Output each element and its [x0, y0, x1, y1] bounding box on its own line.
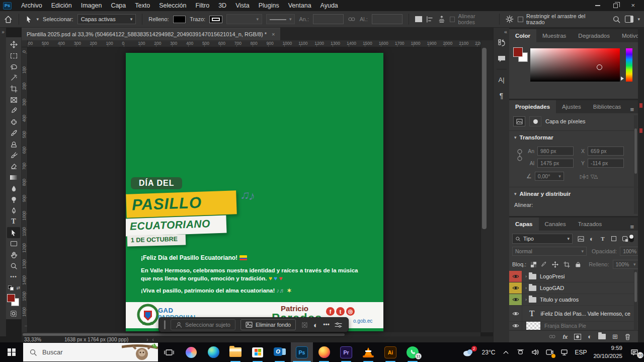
- lock-artboard-icon[interactable]: [562, 260, 571, 269]
- temperature-label[interactable]: 23°C: [482, 349, 496, 356]
- visibility-eye-icon[interactable]: [509, 271, 522, 282]
- pixel-layer-icon[interactable]: [513, 116, 525, 126]
- tab-degradados[interactable]: Degradados: [572, 29, 616, 42]
- lock-pixels-icon[interactable]: [540, 260, 547, 269]
- tab-muestras[interactable]: Muestras: [536, 29, 572, 42]
- tab-trazados[interactable]: Trazados: [572, 218, 608, 231]
- history-panel-icon[interactable]: [495, 36, 508, 49]
- path-arrangement-icon[interactable]: [438, 16, 446, 23]
- gear-icon[interactable]: [506, 15, 514, 23]
- filter-pixel-icon[interactable]: [576, 234, 586, 243]
- zoom-level[interactable]: 33,33%: [24, 337, 41, 342]
- layer-row-titulo[interactable]: › Titulo y cuadros: [509, 294, 638, 306]
- task-view-button[interactable]: [158, 342, 180, 362]
- rectangle-tool[interactable]: [7, 238, 20, 249]
- tab-color[interactable]: Color: [509, 29, 536, 42]
- properties-sliders-icon[interactable]: [335, 322, 342, 328]
- brush-tool[interactable]: [7, 128, 20, 139]
- outlook-button[interactable]: O: [269, 342, 291, 362]
- eraser-tool[interactable]: [7, 161, 20, 172]
- filter-type-icon[interactable]: T: [598, 234, 608, 243]
- edge-button[interactable]: [202, 342, 224, 362]
- lock-position-icon[interactable]: [551, 260, 559, 269]
- status-arrow-right[interactable]: ›: [146, 337, 148, 342]
- menu-ventana[interactable]: Ventana: [284, 0, 316, 11]
- workspace-switcher-icon[interactable]: [625, 16, 634, 23]
- illustrator-button[interactable]: Ai: [379, 342, 401, 362]
- horizontal-scroll-thumb[interactable]: [23, 333, 345, 336]
- default-swatches-icon[interactable]: ⇄: [7, 285, 20, 290]
- tab-propiedades[interactable]: Propiedades: [509, 100, 556, 113]
- status-arrow-left[interactable]: ‹: [152, 337, 154, 342]
- color-field[interactable]: [530, 48, 620, 82]
- tab-bibliotecas[interactable]: Bibliotecas: [587, 100, 627, 113]
- path-select-cursor-icon[interactable]: [25, 16, 33, 23]
- crop-tool[interactable]: [7, 84, 20, 95]
- more-options-icon[interactable]: •••: [323, 321, 330, 328]
- minimize-icon[interactable]: [595, 5, 600, 6]
- microsoft-store-button[interactable]: [247, 342, 269, 362]
- properties-scrollbar[interactable]: [634, 115, 637, 214]
- layer-row-logogad[interactable]: › LogoGAD: [509, 282, 638, 294]
- gradient-tool[interactable]: [7, 172, 20, 183]
- panel-menu-icon[interactable]: ≡: [630, 106, 638, 113]
- path-alignment-icon[interactable]: [426, 16, 434, 23]
- fill-swatch[interactable]: [173, 16, 186, 23]
- layer-style-icon[interactable]: fx: [562, 334, 568, 340]
- vlc-button[interactable]: [357, 342, 379, 362]
- flip-vertical-icon[interactable]: ▽△: [591, 174, 597, 179]
- layer-row-franja[interactable]: Franja Blanca Pie: [509, 322, 638, 330]
- copilot-button[interactable]: [180, 342, 202, 362]
- lock-all-icon[interactable]: [574, 260, 582, 269]
- menu-3d[interactable]: 3D: [214, 0, 231, 11]
- collapse-panels-icon[interactable]: «: [504, 29, 507, 35]
- visibility-eye-icon[interactable]: [509, 322, 522, 330]
- color-swatches[interactable]: [513, 47, 528, 62]
- expand-group-icon[interactable]: ›: [525, 297, 527, 302]
- delete-layer-icon[interactable]: [624, 333, 631, 340]
- panel-menu-icon[interactable]: ≡: [630, 223, 638, 231]
- hand-tool[interactable]: [7, 249, 20, 260]
- remove-background-button[interactable]: Eliminar fondo: [240, 319, 296, 330]
- poster-document[interactable]: DÍA DEL PASILLO ♫♪ ECUATORIANO 1 DE OCTU…: [126, 53, 383, 331]
- menu-edicion[interactable]: Edición: [47, 0, 76, 11]
- horizontal-ruler[interactable]: 6005004003002001000100200300400500600700…: [22, 40, 480, 47]
- filter-smart-object-icon[interactable]: [620, 234, 630, 243]
- restore-icon[interactable]: [613, 4, 618, 8]
- cast-icon[interactable]: [516, 348, 524, 356]
- clock[interactable]: 9:5920/10/2025: [593, 344, 622, 360]
- edit-toolbar-icon[interactable]: •••: [7, 271, 20, 282]
- comments-panel-icon[interactable]: [495, 52, 508, 65]
- start-button[interactable]: [0, 342, 23, 362]
- vertical-scroll-thumb[interactable]: [482, 48, 487, 229]
- menu-imagen[interactable]: Imagen: [76, 0, 107, 11]
- menu-texto[interactable]: Texto: [130, 0, 154, 11]
- vertical-ruler[interactable]: 0100200300400500600700800900100011001200…: [22, 47, 28, 332]
- premiere-button[interactable]: Pr: [335, 342, 357, 362]
- lock-transparency-icon[interactable]: [530, 260, 537, 269]
- workspace-dropdown-icon[interactable]: ▾: [637, 17, 640, 22]
- filter-adjustment-icon[interactable]: ◐: [587, 234, 597, 243]
- expand-left-dock-icon[interactable]: »: [2, 29, 5, 35]
- tray-overflow-icon[interactable]: [502, 348, 510, 356]
- notification-center-icon[interactable]: 10: [629, 348, 640, 356]
- adjustments-icon[interactable]: ◐: [313, 321, 318, 329]
- foreground-background-swatches[interactable]: [7, 294, 20, 306]
- firefox-button[interactable]: [313, 342, 335, 362]
- menu-seleccion[interactable]: Selección: [154, 0, 191, 11]
- object-selection-tool[interactable]: [7, 73, 20, 84]
- type-tool[interactable]: T: [7, 216, 20, 227]
- paragraph-panel-icon[interactable]: ¶: [495, 89, 508, 102]
- move-tool[interactable]: [7, 39, 20, 50]
- meet-now-icon[interactable]: [545, 348, 553, 356]
- menu-vista[interactable]: Vista: [231, 0, 254, 11]
- path-operations-icon[interactable]: [415, 16, 422, 22]
- visibility-eye-icon[interactable]: [509, 306, 522, 321]
- new-group-icon[interactable]: [598, 334, 606, 339]
- rectangular-marquee-tool[interactable]: [7, 50, 20, 61]
- menu-capa[interactable]: Capa: [106, 0, 130, 11]
- expand-group-icon[interactable]: ›: [525, 274, 527, 279]
- menu-plugins[interactable]: Plugins: [254, 0, 284, 11]
- whatsapp-button[interactable]: 11: [401, 342, 424, 362]
- select-mode-dropdown[interactable]: Capas activas▾: [77, 14, 136, 24]
